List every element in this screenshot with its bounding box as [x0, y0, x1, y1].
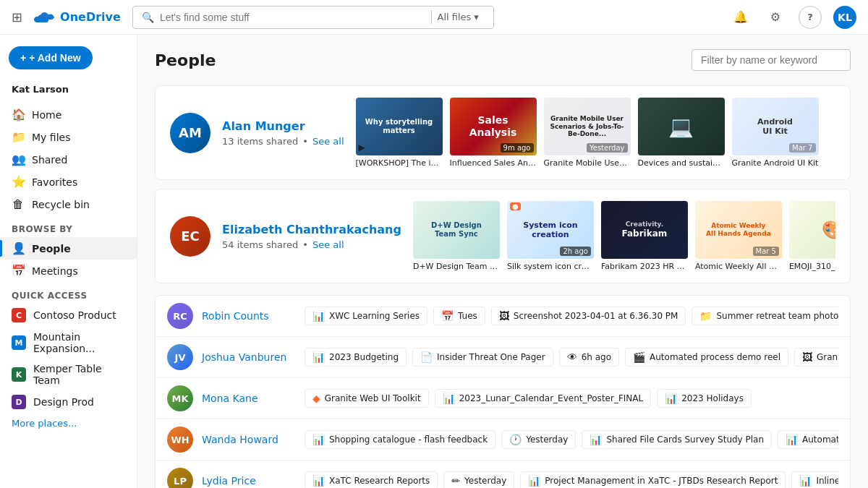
favorites-icon: ⭐ — [12, 175, 25, 189]
add-new-button[interactable]: + + Add New — [9, 46, 93, 69]
sidebar-item-kemper[interactable]: K Kemper Table Team — [0, 359, 137, 390]
sidebar-item-contoso[interactable]: C Contoso Product — [0, 304, 137, 327]
sidebar-item-people[interactable]: 👤 People — [0, 237, 137, 260]
filter-input[interactable] — [692, 49, 851, 71]
file-chip[interactable]: 📊Inline Content Experience in XaTC - ... — [791, 471, 838, 488]
file-thumb[interactable]: Granite Mobile User Scenarios & Jobs-To-… — [544, 98, 631, 168]
file-chip[interactable]: 📅Tues — [433, 307, 485, 325]
file-thumb[interactable]: 🎨 EMOJI_310_v002_4k_1035 — [789, 201, 835, 271]
app-launcher-icon[interactable]: ⊞ — [12, 9, 22, 25]
sidebar-label-contoso: Contoso Product — [33, 309, 116, 321]
file-chip[interactable]: 🕐Yesterday — [501, 430, 576, 449]
shared-icon: 👥 — [12, 153, 25, 166]
person-name-alan[interactable]: Alan Munger — [222, 119, 344, 133]
file-thumb-img: System iconcreation ● 2h ago — [507, 201, 594, 259]
content-header: People — [155, 49, 851, 71]
file-label: Silk system icon creation — [507, 262, 594, 271]
folder-icon: 📁 — [12, 130, 25, 144]
sidebar-item-design[interactable]: D Design Prod — [0, 390, 137, 414]
file-chip[interactable]: 📊2023 Holidays — [657, 389, 752, 408]
file-thumb[interactable]: Why storytelling matters ▶ [WORKSHOP] Th… — [356, 98, 443, 168]
settings-icon[interactable]: ⚙ — [764, 6, 787, 29]
file-label: Fabrikam 2023 HR Princi... — [601, 262, 688, 271]
sidebar-item-home[interactable]: 🏠 Home — [0, 103, 137, 126]
search-input[interactable] — [160, 12, 425, 23]
file-thumb[interactable]: D+W DesignTeam Sync D+W Design Team Sync — [413, 201, 500, 271]
person-row-lydia[interactable]: LP Lydia Price 📊XaTC Research Reports ✏Y… — [156, 461, 850, 488]
file-chip[interactable]: 📊Shopping catalogue - flash feedback — [305, 430, 495, 449]
files-chips-mona: ◆Granite Web UI Toolkit 📊2023_Lunar_Cale… — [305, 389, 838, 408]
sidebar-label-favorites: Favorites — [32, 176, 77, 188]
sidebar-label-design: Design Prod — [33, 396, 94, 408]
sidebar-user: Kat Larson — [0, 81, 137, 103]
ppt-icon: 📊 — [312, 434, 325, 445]
person-name-lydia[interactable]: Lydia Price — [202, 475, 296, 487]
file-thumb[interactable]: 💻 Devices and sustainability — [638, 98, 725, 168]
file-chip[interactable]: 📊2023_Lunar_Calendar_Event_Poster_FINAL — [435, 389, 652, 408]
avatar-mona: MK — [167, 385, 193, 411]
avatar-alan: AM — [170, 113, 210, 153]
file-chip[interactable]: 👁6h ago — [559, 348, 619, 367]
sidebar-item-meetings[interactable]: 📅 Meetings — [0, 260, 137, 282]
person-name-elizabeth[interactable]: Elizabeth Chanthrakachang — [222, 223, 401, 236]
sidebar-item-more-places[interactable]: More places... — [0, 414, 137, 433]
sidebar-label-recycle-bin: Recycle bin — [32, 199, 90, 210]
file-chip[interactable]: ✏Yesterday — [443, 471, 514, 488]
file-chip[interactable]: 📊XaTC Research Reports — [305, 471, 438, 488]
sidebar-item-favorites[interactable]: ⭐ Favorites — [0, 171, 137, 193]
user-avatar[interactable]: KL — [833, 6, 856, 29]
person-name-mona[interactable]: Mona Kane — [202, 393, 296, 404]
person-name-joshua[interactable]: Joshua Vanburen — [202, 351, 296, 363]
excel-icon: 📊 — [590, 434, 602, 445]
avatar-joshua: JV — [167, 344, 193, 370]
search-bar[interactable]: 🔍 All files ▾ — [132, 6, 494, 29]
file-chip[interactable]: 📄Insider Threat One Pager — [412, 348, 553, 367]
file-label: Atomic Weekly All Hand... — [695, 262, 782, 271]
person-row-robin[interactable]: RC Robin Counts 📊XWC Learning Series 📅Tu… — [156, 296, 850, 337]
meetings-icon: 📅 — [12, 264, 25, 278]
file-chip[interactable]: 🎬Automated process demo reel — [625, 348, 788, 367]
files-chips-joshua: 📊2023 Budgeting 📄Insider Threat One Page… — [305, 348, 838, 367]
sidebar-label-mountain: Mountain Expansion... — [33, 331, 125, 354]
file-label: Granite Android UI Kit — [732, 158, 819, 168]
onedrive-logo: OneDrive — [34, 10, 121, 24]
file-chip[interactable]: 🖼Granite logo color — [794, 348, 838, 367]
file-label: D+W Design Team Sync — [413, 262, 500, 271]
person-row-wanda[interactable]: WH Wanda Howard 📊Shopping catalogue - fl… — [156, 419, 850, 461]
file-thumb[interactable]: Atomic WeeklyAll Hands Agenda Mar 5 Atom… — [695, 201, 782, 271]
file-thumb[interactable]: AndroidUI Kit Mar 7 Granite Android UI K… — [732, 98, 819, 168]
person-row-joshua[interactable]: JV Joshua Vanburen 📊2023 Budgeting 📄Insi… — [156, 337, 850, 378]
sidebar-item-my-files[interactable]: 📁 My files — [0, 126, 137, 148]
file-chip[interactable]: 📁Summer retreat team photos — [692, 307, 838, 325]
app-container: ⊞ OneDrive 🔍 All files ▾ 🔔 ⚙ ? KL — [0, 0, 868, 488]
sidebar-label-people: People — [32, 243, 71, 254]
sidebar-item-shared[interactable]: 👥 Shared — [0, 148, 137, 171]
person-name-robin[interactable]: Robin Counts — [202, 310, 296, 322]
sidebar-item-mountain[interactable]: M Mountain Expansion... — [0, 327, 137, 359]
file-chip[interactable]: 📊Project Management in XaTC - JTBDs Rese… — [520, 471, 786, 488]
file-label: EMOJI_310_v002_4k_1035 — [789, 262, 835, 271]
ppt-icon: 📊 — [528, 475, 540, 487]
file-chip[interactable]: 📊Shared File Cards Survey Study Plan — [582, 430, 772, 449]
file-chip[interactable]: 📊Automated shopping flows - End user st.… — [778, 430, 838, 449]
file-chip[interactable]: 📊XWC Learning Series — [305, 307, 427, 325]
chevron-down-icon: ▾ — [474, 12, 479, 22]
help-icon[interactable]: ? — [799, 6, 822, 29]
person-row-mona[interactable]: MK Mona Kane ◆Granite Web UI Toolkit 📊20… — [156, 378, 850, 419]
notifications-icon[interactable]: 🔔 — [729, 6, 752, 29]
file-label: Granite Mobile User Sce... — [544, 158, 631, 168]
file-thumb[interactable]: System iconcreation ● 2h ago Silk system… — [507, 201, 594, 271]
person-name-wanda[interactable]: Wanda Howard — [202, 434, 296, 445]
file-thumb[interactable]: SalesAnalysis 9m ago Influenced Sales An… — [450, 98, 537, 168]
see-all-elizabeth[interactable]: See all — [312, 239, 344, 250]
sidebar: + + Add New Kat Larson 🏠 Home 📁 My files… — [0, 35, 137, 488]
figma-icon: ◆ — [312, 393, 320, 404]
file-chip[interactable]: 🖼Screenshot 2023-04-01 at 6.36.30 PM — [491, 307, 686, 325]
onedrive-icon — [34, 11, 54, 24]
file-thumb[interactable]: Creativity.Fabrikam Fabrikam 2023 HR Pri… — [601, 201, 688, 271]
file-chip[interactable]: ◆Granite Web UI Toolkit — [305, 389, 429, 408]
file-chip[interactable]: 📊2023 Budgeting — [305, 348, 407, 367]
sidebar-item-recycle-bin[interactable]: 🗑 Recycle bin — [0, 193, 137, 215]
see-all-alan[interactable]: See all — [312, 136, 344, 147]
search-filter-dropdown[interactable]: All files ▾ — [431, 10, 485, 24]
